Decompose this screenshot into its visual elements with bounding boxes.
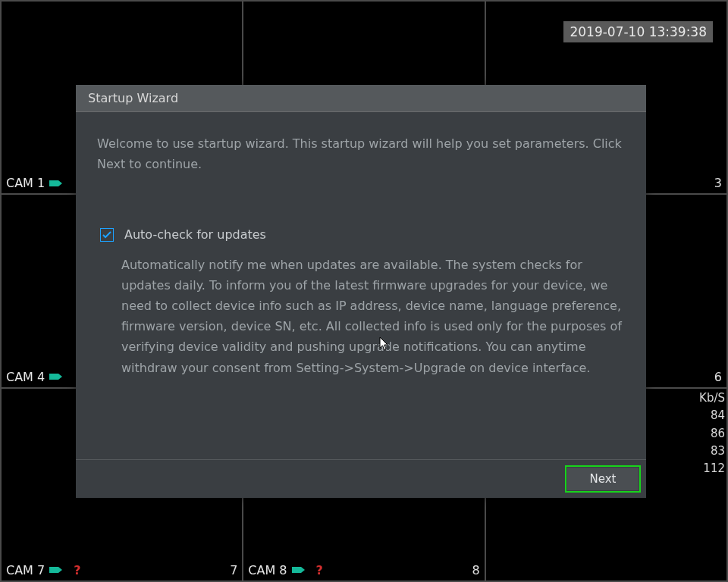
autocheck-label: Auto-check for updates bbox=[124, 224, 266, 245]
alert-icon: ? bbox=[316, 563, 323, 577]
camera-icon bbox=[49, 374, 58, 380]
dialog-footer: Next bbox=[76, 459, 646, 498]
alert-icon: ? bbox=[74, 563, 80, 577]
next-button[interactable]: Next bbox=[567, 468, 639, 490]
dialog-title: Startup Wizard bbox=[76, 85, 646, 112]
camera-icon bbox=[49, 180, 58, 186]
stats-row: 112 bbox=[699, 460, 725, 477]
stats-row: 83 bbox=[699, 443, 725, 460]
camera-number: 8 bbox=[472, 563, 479, 577]
bandwidth-stats: Kb/S 84 86 83 112 bbox=[699, 390, 725, 477]
startup-wizard-dialog: Startup Wizard Welcome to use startup wi… bbox=[76, 85, 646, 498]
camera-label: CAM 1 bbox=[6, 176, 45, 190]
camera-label: CAM 8 bbox=[248, 563, 287, 577]
camera-number: 3 bbox=[714, 176, 722, 190]
camera-label: CAM 7 bbox=[6, 563, 45, 577]
camera-label: CAM 4 bbox=[6, 370, 45, 384]
check-icon bbox=[102, 231, 111, 239]
autocheck-checkbox[interactable] bbox=[100, 228, 114, 242]
camera-icon bbox=[292, 567, 301, 573]
dialog-body: Welcome to use startup wizard. This star… bbox=[76, 112, 646, 459]
stats-row: 86 bbox=[699, 425, 725, 443]
camera-number: 7 bbox=[230, 563, 237, 577]
stats-header: Kb/S bbox=[699, 390, 725, 407]
timestamp: 2019-07-10 13:39:38 bbox=[563, 21, 713, 42]
autocheck-description: Automatically notify me when updates are… bbox=[121, 255, 625, 378]
welcome-text: Welcome to use startup wizard. This star… bbox=[97, 133, 625, 174]
camera-number: 6 bbox=[714, 370, 722, 384]
camera-icon bbox=[49, 567, 58, 573]
stats-row: 84 bbox=[699, 407, 725, 424]
